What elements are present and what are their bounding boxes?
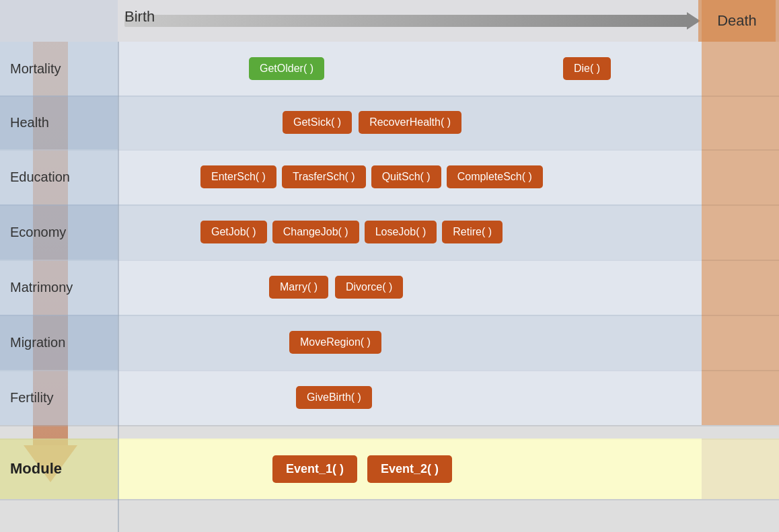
migration-content: MoveRegion( ) [118, 315, 702, 370]
health-content: GetSick( ) RecoverHealth( ) [118, 96, 702, 149]
row-education: Education EnterSch( ) TrasferSch( ) Quit… [0, 149, 779, 204]
marry-button[interactable]: Marry( ) [269, 276, 328, 299]
module-label-cell: Module [0, 439, 118, 499]
module-content: Event_1( ) Event_2( ) [118, 439, 702, 499]
module-right [702, 439, 779, 499]
fertility-label-cell: Fertility [0, 370, 118, 425]
economy-content: GetJob( ) ChangeJob( ) LoseJob( ) Retire… [118, 204, 702, 260]
migration-right [702, 315, 779, 370]
changejob-button[interactable]: ChangeJob( ) [272, 221, 359, 243]
getjob-button[interactable]: GetJob( ) [200, 221, 267, 243]
birth-label: Birth [124, 8, 155, 26]
row-migration: Migration MoveRegion( ) [0, 315, 779, 370]
row-economy: Economy GetJob( ) ChangeJob( ) LoseJob( … [0, 204, 779, 260]
divorce-button[interactable]: Divorce( ) [335, 276, 403, 299]
health-right [702, 96, 779, 149]
die-button[interactable]: Die( ) [563, 57, 611, 80]
row-fertility: Fertility GiveBirth( ) [0, 370, 779, 425]
education-right [702, 149, 779, 204]
losejob-button[interactable]: LoseJob( ) [365, 221, 437, 243]
economy-label-cell: Economy [0, 204, 118, 260]
gap-row [0, 425, 779, 439]
fertility-right [702, 370, 779, 425]
diagram-container: Birth Death Mortality GetOlder( ) Die( )… [0, 0, 779, 532]
health-label-cell: Health [0, 96, 118, 149]
matrimony-right [702, 260, 779, 315]
moveregion-button[interactable]: MoveRegion( ) [289, 331, 381, 354]
row-health: Health GetSick( ) RecoverHealth( ) [0, 96, 779, 149]
event2-button[interactable]: Event_2( ) [367, 455, 452, 483]
row-module: Module Event_1( ) Event_2( ) [0, 439, 779, 499]
mortality-content: GetOlder( ) Die( ) [118, 42, 702, 96]
economy-right [702, 204, 779, 260]
education-content: EnterSch( ) TrasferSch( ) QuitSch( ) Com… [118, 149, 702, 204]
birth-divider [118, 42, 119, 532]
bottom-area [0, 499, 779, 532]
mortality-right [702, 42, 779, 96]
matrimony-content: Marry( ) Divorce( ) [118, 260, 702, 315]
givebirth-button[interactable]: GiveBirth( ) [296, 386, 372, 409]
completesch-button[interactable]: CompleteSch( ) [447, 165, 543, 188]
retire-button[interactable]: Retire( ) [442, 221, 503, 243]
recoverhealth-button[interactable]: RecoverHealth( ) [359, 111, 461, 134]
row-mortality: Mortality GetOlder( ) Die( ) [0, 42, 779, 96]
death-label: Death [698, 0, 776, 42]
row-matrimony: Matrimony Marry( ) Divorce( ) [0, 260, 779, 315]
mortality-label-cell: Mortality [0, 42, 118, 96]
header-row [0, 0, 779, 42]
education-label-cell: Education [0, 149, 118, 204]
entersch-button[interactable]: EnterSch( ) [200, 165, 276, 188]
quitsch-button[interactable]: QuitSch( ) [371, 165, 441, 188]
migration-label-cell: Migration [0, 315, 118, 370]
trasfersch-button[interactable]: TrasferSch( ) [282, 165, 366, 188]
getsick-button[interactable]: GetSick( ) [283, 111, 352, 134]
matrimony-label-cell: Matrimony [0, 260, 118, 315]
getolder-button[interactable]: GetOlder( ) [249, 57, 324, 80]
event1-button[interactable]: Event_1( ) [272, 455, 357, 483]
fertility-content: GiveBirth( ) [118, 370, 702, 425]
